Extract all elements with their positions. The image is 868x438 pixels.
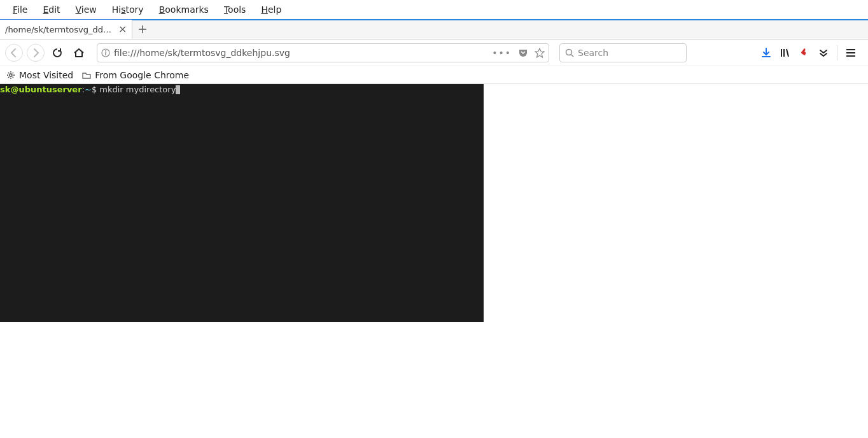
tab-close-icon[interactable]: × <box>118 24 127 34</box>
toolbar: file:///home/sk/termtosvg_ddkehjpu.svg •… <box>0 39 868 66</box>
terminal-cursor <box>176 85 180 94</box>
tab-strip: /home/sk/termtosvg_ddkehjp × <box>0 19 868 39</box>
reload-icon <box>52 47 63 59</box>
right-tools <box>760 45 863 60</box>
terminal-command: mkdir mydirectory <box>99 85 176 94</box>
menubar: File Edit View History Bookmarks Tools H… <box>0 0 868 19</box>
hamburger-menu-icon[interactable] <box>845 47 857 59</box>
terminal-svg: sk@ubuntuserver:~$ mkdir mydirectory <box>0 84 484 322</box>
separator <box>837 45 837 60</box>
bookmarks-toolbar: Most Visited From Google Chrome <box>0 66 868 84</box>
home-button[interactable] <box>70 44 88 62</box>
svg-point-4 <box>10 74 12 76</box>
svg-rect-2 <box>105 52 106 55</box>
bookmark-label: From Google Chrome <box>95 70 189 80</box>
forward-button[interactable] <box>27 44 45 62</box>
url-text: file:///home/sk/termtosvg_ddkehjpu.svg <box>114 48 488 58</box>
bookmark-most-visited[interactable]: Most Visited <box>6 70 73 80</box>
menu-history[interactable]: History <box>104 2 151 17</box>
terminal-prompt: $ <box>92 85 97 94</box>
menu-bookmarks[interactable]: Bookmarks <box>151 2 216 17</box>
terminal-line: sk@ubuntuserver:~$ mkdir mydirectory <box>0 84 484 95</box>
bookmark-star-icon[interactable] <box>535 48 545 58</box>
search-icon <box>565 48 574 57</box>
back-button[interactable] <box>5 44 23 62</box>
new-tab-button[interactable] <box>132 20 153 39</box>
svg-point-1 <box>105 50 106 52</box>
downloads-icon[interactable] <box>760 47 772 59</box>
menu-file[interactable]: File <box>5 2 35 17</box>
url-bar[interactable]: file:///home/sk/termtosvg_ddkehjpu.svg •… <box>97 43 549 62</box>
tab-title: /home/sk/termtosvg_ddkehjp <box>5 25 113 34</box>
arrow-left-icon <box>9 48 19 58</box>
menu-view[interactable]: View <box>68 2 104 17</box>
page-content: sk@ubuntuserver:~$ mkdir mydirectory <box>0 84 868 322</box>
info-icon[interactable] <box>101 48 110 57</box>
overflow-icon[interactable] <box>818 47 829 59</box>
gear-icon <box>6 71 15 80</box>
menu-tools[interactable]: Tools <box>216 2 254 17</box>
terminal-user: sk@ubuntuserver <box>0 85 82 94</box>
bookmark-label: Most Visited <box>19 70 73 80</box>
extension-icon[interactable] <box>799 47 810 59</box>
svg-point-3 <box>566 49 572 55</box>
library-icon[interactable] <box>780 47 791 59</box>
browser-tab[interactable]: /home/sk/termtosvg_ddkehjp × <box>0 20 132 39</box>
plus-icon <box>138 25 147 34</box>
bookmark-from-chrome[interactable]: From Google Chrome <box>82 70 189 80</box>
arrow-right-icon <box>31 48 41 58</box>
menu-edit[interactable]: Edit <box>35 2 67 17</box>
folder-icon <box>82 71 91 80</box>
reload-button[interactable] <box>48 44 66 62</box>
menu-help[interactable]: Help <box>253 2 289 17</box>
home-icon <box>73 47 85 59</box>
page-actions-icon[interactable]: ••• <box>492 48 512 58</box>
pocket-icon[interactable] <box>518 48 528 58</box>
search-placeholder: Search <box>578 48 608 58</box>
search-bar[interactable]: Search <box>559 43 687 62</box>
terminal-path: ~ <box>85 85 92 94</box>
